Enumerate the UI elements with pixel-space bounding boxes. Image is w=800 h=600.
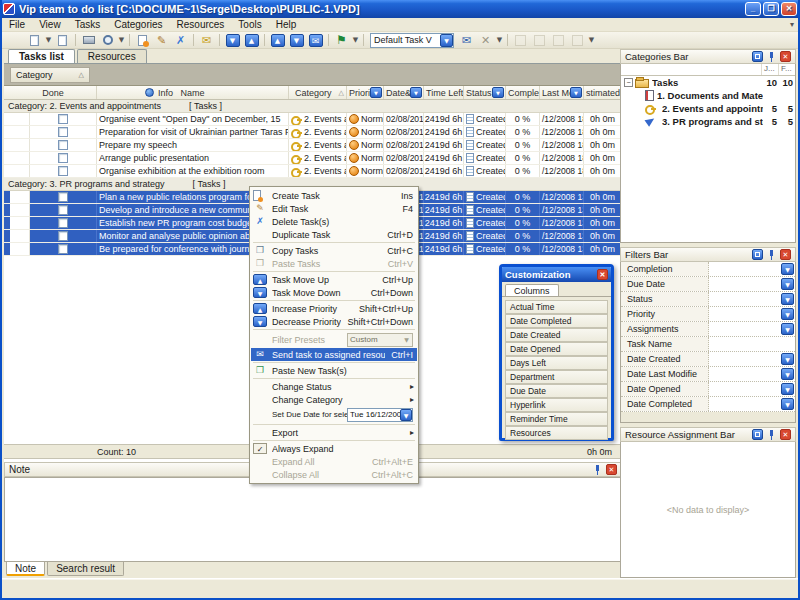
filter-dropdown-icon[interactable]: ▼ <box>781 323 794 335</box>
menu-combo[interactable]: Custom ▼ <box>347 333 413 347</box>
context-menu-item[interactable]: Create Task Ins ▼ <box>251 189 417 202</box>
close-icon[interactable]: ✕ <box>780 51 791 62</box>
context-menu-item[interactable]: Paste New Task(s) ▼ <box>251 364 417 377</box>
column-header-info[interactable]: Info <box>158 88 173 98</box>
dialog-title-bar[interactable]: Customization ✕ <box>502 267 611 282</box>
filter-dropdown-icon[interactable]: ▼ <box>370 87 382 98</box>
task-row[interactable]: Organise exhibition at the exhibition ro… <box>4 165 622 178</box>
print-icon[interactable] <box>79 32 98 48</box>
report-icon[interactable] <box>549 32 568 48</box>
context-menu-item[interactable]: Set Due Date for selected tasks Tue 16/1… <box>251 406 417 423</box>
pin-icon[interactable] <box>766 51 777 62</box>
menu-item[interactable]: Resources <box>170 19 232 30</box>
task-checkbox[interactable] <box>58 166 68 176</box>
column-item[interactable]: Due Date <box>505 384 608 398</box>
column-item[interactable]: Date Created <box>505 328 608 342</box>
pin-icon[interactable] <box>766 249 777 260</box>
context-menu-item[interactable]: Copy Tasks Ctrl+C ▼ <box>251 244 417 257</box>
task-row[interactable]: Preparation for visit of Ukrainian partn… <box>4 126 622 139</box>
send-mail-icon[interactable] <box>306 32 325 48</box>
context-menu-item[interactable]: Edit Task F4 ▼ <box>251 202 417 215</box>
menu-item[interactable]: Categories <box>107 19 169 30</box>
task-checkbox[interactable] <box>58 218 68 228</box>
column-header-estimated-time[interactable]: stimated Tim <box>584 86 621 99</box>
close-icon[interactable]: ✕ <box>606 464 617 475</box>
task-checkbox[interactable] <box>58 205 68 215</box>
column-header-time-left[interactable]: Time Left <box>424 86 464 99</box>
restore-button[interactable]: ❐ <box>763 2 779 16</box>
new-doc-icon[interactable] <box>25 32 44 48</box>
column-item[interactable]: Reminder Time <box>505 412 608 426</box>
paste-icon[interactable] <box>53 32 72 48</box>
context-menu-item[interactable]: Change Status ▼ <box>251 380 417 393</box>
print-preview-icon[interactable] <box>98 32 117 48</box>
menu-item[interactable]: Tasks <box>68 19 108 30</box>
move-down-icon[interactable] <box>223 32 242 48</box>
create-task-icon[interactable] <box>133 32 152 48</box>
filter-dropdown-icon[interactable]: ▼ <box>781 383 794 395</box>
context-menu-item[interactable]: Change Category ▼ <box>251 393 417 406</box>
column-header-status[interactable]: Status▼ <box>464 86 506 99</box>
filter-dropdown-icon[interactable]: ▼ <box>570 87 582 98</box>
maximize-panel-icon[interactable] <box>752 429 763 440</box>
task-checkbox[interactable] <box>58 244 68 254</box>
task-row[interactable]: Organise event "Open Day" on December, 1… <box>4 113 622 126</box>
filter-dropdown-icon[interactable]: ▼ <box>781 368 794 380</box>
move-up-icon[interactable] <box>242 32 261 48</box>
tab-note[interactable]: Note <box>6 562 45 576</box>
task-checkbox[interactable] <box>58 231 68 241</box>
task-view-dropdown-icon[interactable]: ▼ <box>440 34 453 47</box>
close-icon[interactable]: ✕ <box>780 249 791 260</box>
filter-dropdown-icon[interactable]: ▼ <box>781 278 794 290</box>
menubar-overflow-icon[interactable]: ▾ <box>790 20 794 29</box>
task-checkbox[interactable] <box>58 114 68 124</box>
menu-combo[interactable]: Tue 16/12/2008 ▼ <box>347 408 413 422</box>
maximize-panel-icon[interactable] <box>752 249 763 260</box>
report-icon[interactable] <box>530 32 549 48</box>
tab-search-result[interactable]: Search result <box>47 562 124 576</box>
tab-tasks-list[interactable]: Tasks list <box>8 49 75 63</box>
column-item[interactable]: Department <box>505 370 608 384</box>
column-item[interactable]: Date Completed <box>505 314 608 328</box>
maximize-panel-icon[interactable] <box>752 51 763 62</box>
task-checkbox[interactable] <box>58 192 68 202</box>
column-header-name[interactable]: Info Name <box>97 86 289 99</box>
menu-item[interactable]: Help <box>269 19 304 30</box>
task-row[interactable]: Arrange public presentation 2. Events ar… <box>4 152 622 165</box>
context-menu-item[interactable]: Collapse All Ctrl+Alt+C ▼ <box>251 468 417 481</box>
filter-dropdown-icon[interactable]: ▼ <box>781 293 794 305</box>
caret-icon[interactable] <box>495 32 504 48</box>
caret-icon[interactable] <box>117 32 126 48</box>
flag-icon[interactable] <box>332 32 351 48</box>
category-tree-item[interactable]: − Tasks 10 10 <box>621 76 795 89</box>
context-menu-item[interactable]: Decrease Priority Shift+Ctrl+Down ▼ <box>251 315 417 328</box>
column-item[interactable]: Hyperlink <box>505 398 608 412</box>
context-menu-item[interactable]: Export ▼ <box>251 426 417 439</box>
filter-dropdown-icon[interactable]: ▼ <box>492 87 504 98</box>
dropdown-icon[interactable]: ▼ <box>400 409 412 421</box>
task-checkbox[interactable] <box>58 140 68 150</box>
column-item[interactable]: Resources <box>505 426 608 440</box>
context-menu-item[interactable]: Duplicate Task Ctrl+D ▼ <box>251 228 417 241</box>
report-icon[interactable] <box>511 32 530 48</box>
context-menu-item[interactable]: Delete Task(s) ▼ <box>251 215 417 228</box>
category-tree-item[interactable]: − 2. Events and appointments 5 5 <box>621 102 795 115</box>
group-row[interactable]: Category: 2. Events and appointments [ T… <box>4 100 622 113</box>
close-button[interactable]: ✕ <box>781 2 797 16</box>
menu-item[interactable]: View <box>32 19 68 30</box>
task-checkbox[interactable] <box>58 127 68 137</box>
undo-icon[interactable] <box>6 32 25 48</box>
task-checkbox[interactable] <box>58 153 68 163</box>
tab-columns[interactable]: Columns <box>505 284 559 296</box>
filter-dropdown-icon[interactable]: ▼ <box>781 353 794 365</box>
report-icon[interactable] <box>568 32 587 48</box>
minimize-button[interactable]: _ <box>745 2 761 16</box>
collapse-icon[interactable]: − <box>624 78 633 87</box>
filter-dropdown-icon[interactable]: ▼ <box>781 308 794 320</box>
column-item[interactable]: Days Left <box>505 356 608 370</box>
menu-item[interactable]: Tools <box>231 19 268 30</box>
column-item[interactable]: Actual Time <box>505 300 608 314</box>
caret-icon[interactable] <box>44 32 53 48</box>
context-menu-item[interactable]: Send task to assigned resource Ctrl+I ▼ <box>251 348 417 361</box>
menu-item[interactable]: File <box>2 19 32 30</box>
